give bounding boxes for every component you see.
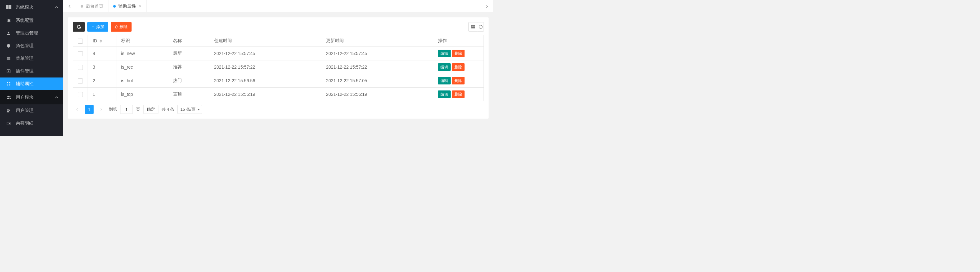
tab-attr[interactable]: 辅助属性 ✕: [108, 0, 147, 12]
row-checkbox[interactable]: [78, 51, 83, 56]
row-delete-button[interactable]: 删除: [452, 50, 465, 57]
row-delete-button[interactable]: 删除: [452, 63, 465, 71]
row-edit-button[interactable]: 编辑: [438, 63, 451, 71]
sidebar-item-plugin[interactable]: 插件管理: [0, 65, 63, 78]
cell-name: 推荐: [168, 60, 209, 74]
tab-label: 后台首页: [86, 3, 103, 9]
sidebar-item-label: 角色管理: [16, 43, 33, 49]
sidebar-item-label: 管理员管理: [16, 30, 38, 36]
sidebar-group-user[interactable]: 用户模块: [0, 90, 63, 104]
cell-actions: 编辑删除: [433, 60, 484, 74]
button-label: 添加: [96, 24, 104, 30]
sidebar-item-config[interactable]: 系统配置: [0, 14, 63, 27]
svg-point-11: [7, 109, 9, 111]
card: 添加 删除: [68, 17, 488, 119]
refresh-button[interactable]: [73, 22, 85, 32]
add-button[interactable]: 添加: [87, 22, 108, 32]
row-edit-button[interactable]: 编辑: [438, 77, 451, 84]
cell-name: 最新: [168, 47, 209, 60]
svg-rect-6: [7, 58, 10, 59]
row-checkbox[interactable]: [78, 78, 83, 83]
page-number[interactable]: 1: [85, 105, 94, 114]
app-root: 系统模块 系统配置 管理员管理 角色管理: [0, 0, 493, 136]
sidebar-item-role[interactable]: 角色管理: [0, 40, 63, 52]
cell-actions: 编辑删除: [433, 87, 484, 101]
cell-updated: 2021-12-22 15:57:45: [321, 47, 433, 60]
cell-checkbox: [73, 74, 88, 87]
sort-icon: [100, 40, 102, 43]
sidebar-item-menu[interactable]: 菜单管理: [0, 52, 63, 65]
plus-icon: [91, 25, 95, 29]
svg-rect-15: [471, 25, 473, 27]
page-next[interactable]: [97, 105, 106, 114]
expand-icon: [6, 81, 13, 86]
svg-rect-16: [473, 25, 475, 27]
th-name: 名称: [168, 35, 209, 47]
close-icon[interactable]: ✕: [138, 4, 142, 8]
svg-rect-0: [6, 5, 8, 7]
svg-point-9: [7, 95, 9, 97]
user-icon: [6, 31, 13, 35]
windows-icon: [6, 5, 13, 10]
wallet-icon: [6, 121, 13, 126]
row-delete-button[interactable]: 删除: [452, 91, 465, 98]
page-size-select[interactable]: 15 条/页: [177, 105, 202, 114]
tab-scroll-right[interactable]: [480, 0, 493, 12]
tab-scroll-left[interactable]: [63, 0, 76, 12]
cell-id: 2: [88, 74, 116, 87]
row-delete-button[interactable]: 删除: [452, 77, 465, 84]
page-prev[interactable]: [73, 105, 81, 114]
tab-bar: 后台首页 辅助属性 ✕: [63, 0, 493, 13]
row-checkbox[interactable]: [78, 92, 83, 97]
th-id[interactable]: ID: [88, 35, 116, 47]
sidebar-item-label: 辅助属性: [16, 81, 33, 87]
row-edit-button[interactable]: 编辑: [438, 50, 451, 57]
tab-dot-icon: [113, 5, 116, 8]
gear-icon: [6, 18, 13, 23]
sidebar-item-users[interactable]: 用户管理: [0, 104, 63, 117]
total-label: 共 4 条: [162, 107, 174, 112]
tab-home[interactable]: 后台首页: [76, 0, 108, 12]
list-icon: [6, 56, 13, 61]
row-checkbox[interactable]: [78, 65, 83, 70]
columns-button[interactable]: [468, 22, 478, 32]
data-table: ID 标识 名称 创建时间 更新时间 操作 4is_new最新2021-12-2…: [73, 35, 484, 101]
goto-input[interactable]: [120, 105, 133, 114]
cell-updated: 2021-12-22 15:56:19: [321, 87, 433, 101]
columns-icon: [471, 25, 475, 29]
users-icon: [6, 108, 13, 113]
svg-rect-3: [9, 7, 11, 9]
cell-tag: is_rec: [116, 60, 168, 74]
svg-rect-1: [9, 5, 11, 7]
cell-name: 置顶: [168, 87, 209, 101]
delete-button[interactable]: 删除: [111, 22, 132, 32]
table-row: 4is_new最新2021-12-22 15:57:452021-12-22 1…: [73, 47, 484, 60]
svg-rect-18: [471, 28, 475, 28]
chevron-up-icon: [55, 95, 59, 99]
cell-updated: 2021-12-22 15:57:05: [321, 74, 433, 87]
sidebar-item-balance[interactable]: 余额明细: [0, 117, 63, 130]
goto-confirm-button[interactable]: 确定: [143, 105, 158, 114]
sidebar-item-admin[interactable]: 管理员管理: [0, 27, 63, 40]
svg-point-4: [8, 32, 10, 33]
goto-prefix: 到第: [109, 107, 117, 112]
tab-dot-icon: [81, 5, 83, 8]
th-tag: 标识: [116, 35, 168, 47]
select-all-checkbox[interactable]: [78, 38, 83, 44]
cell-id: 3: [88, 60, 116, 74]
sidebar-item-attr[interactable]: 辅助属性: [0, 78, 63, 90]
cell-checkbox: [73, 47, 88, 60]
svg-point-14: [9, 123, 10, 124]
sidebar-group-system[interactable]: 系统模块: [0, 0, 63, 14]
svg-rect-7: [7, 59, 10, 60]
export-button[interactable]: [477, 22, 484, 32]
chevron-up-icon: [55, 5, 59, 9]
cell-actions: 编辑删除: [433, 47, 484, 60]
row-edit-button[interactable]: 编辑: [438, 91, 451, 98]
trash-icon: [115, 25, 118, 29]
table-row: 2is_hot热门2021-12-22 15:56:562021-12-22 1…: [73, 74, 484, 87]
export-icon: [479, 25, 483, 29]
tab-label: 辅助属性: [118, 3, 136, 9]
sidebar-group-label: 用户模块: [16, 95, 33, 100]
table-row: 1is_top置顶2021-12-22 15:56:192021-12-22 1…: [73, 87, 484, 101]
